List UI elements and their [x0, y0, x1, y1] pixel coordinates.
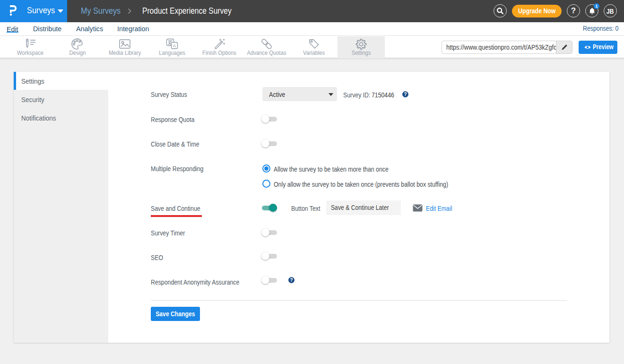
- svg-text:A: A: [173, 43, 176, 48]
